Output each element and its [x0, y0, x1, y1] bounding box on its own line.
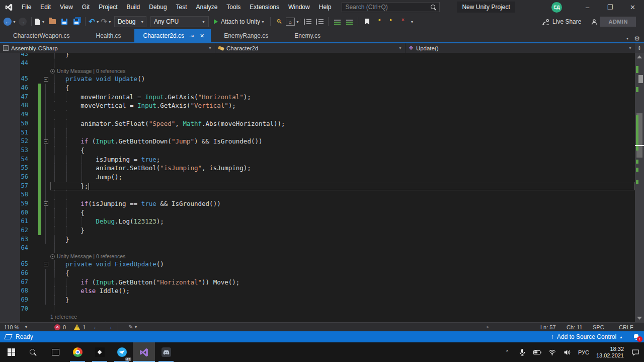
codelens-text[interactable]: Unity Message | 0 references — [50, 67, 125, 75]
unity-app-button[interactable] — [89, 342, 111, 362]
telegram-app-button[interactable]: 47 — [111, 342, 133, 362]
menu-project[interactable]: Project — [94, 0, 122, 14]
menu-file[interactable]: File — [17, 0, 36, 14]
code-line-45[interactable]: 45− private void Update() — [0, 75, 635, 84]
code-line-52[interactable]: 52− if (Input.GetButtonDown("Jump") && I… — [0, 137, 635, 146]
code-line-47[interactable]: 47 moveHorizontal = Input.GetAxis("Horiz… — [0, 93, 635, 102]
visual-studio-app-button[interactable] — [133, 342, 155, 362]
close-tab-icon[interactable]: ✕ — [198, 33, 206, 39]
menu-window[interactable]: Window — [284, 0, 314, 14]
split-editor-handle[interactable]: ⇕ — [635, 43, 644, 53]
menu-edit[interactable]: Edit — [36, 0, 55, 14]
chrome-app-button[interactable] — [66, 342, 89, 362]
zoom-dropdown[interactable]: 110 %▼ — [4, 324, 39, 330]
code-line-46[interactable]: 46 { — [0, 84, 635, 93]
navigate-forward-button[interactable]: → — [17, 16, 28, 27]
fold-collapse-box[interactable]: − — [44, 262, 48, 266]
code-line-67[interactable]: 67 if (Input.GetButton("Horizontal")) Mo… — [0, 278, 635, 287]
notifications-bell-icon[interactable]: 1 — [633, 333, 640, 340]
navigate-forward-arrow[interactable]: → — [106, 323, 113, 331]
menu-tools[interactable]: Tools — [222, 0, 245, 14]
send-feedback-icon[interactable] — [589, 16, 600, 27]
search-icon[interactable] — [431, 5, 436, 10]
uncomment-lines-button[interactable] — [344, 16, 355, 27]
add-to-source-control-button[interactable]: Add to Source Control — [557, 333, 616, 340]
codelens-text[interactable]: Unity Message | 0 references — [50, 253, 125, 260]
codelens-text[interactable]: 1 reference — [50, 313, 77, 320]
code-editor[interactable]: 43 }44Unity Message | 0 references45− pr… — [0, 53, 644, 322]
save-button[interactable] — [59, 16, 70, 27]
navigate-forward-list-button[interactable] — [314, 16, 325, 27]
previous-bookmark-button[interactable]: ◄ — [373, 16, 384, 27]
code-line-53[interactable]: 53 { — [0, 146, 635, 155]
code-line-71[interactable]: 71− private void Move() — [0, 320, 635, 322]
code-line-48[interactable]: 48 moveVertical = Input.GetAxis("Vertica… — [0, 101, 635, 110]
menu-help[interactable]: Help — [314, 0, 336, 14]
tab-characterweapon-cs[interactable]: CharacterWeapon.cs — [0, 29, 83, 42]
code-line-63[interactable]: 63 } — [0, 235, 635, 244]
solution-platform-dropdown[interactable]: Any CPU▼ — [150, 16, 209, 27]
code-line-61[interactable]: 61 Debug.Log(123123); — [0, 217, 635, 226]
fold-collapse-box[interactable]: − — [44, 77, 48, 82]
comment-lines-button[interactable] — [332, 16, 343, 27]
navigate-back-arrow[interactable]: ← — [93, 323, 99, 331]
error-count[interactable]: 0 — [63, 324, 66, 330]
tab-enemy-cs[interactable]: Enemy.cs — [281, 29, 334, 42]
member-dropdown[interactable]: ❖ Update() ▼ — [405, 43, 635, 53]
code-line-49[interactable]: 49 — [0, 110, 635, 119]
code-line-65[interactable]: 65− private void FixedUpdate() — [0, 260, 635, 269]
code-line-68[interactable]: 68 else Iddle(); — [0, 286, 635, 296]
solution-configuration-dropdown[interactable]: Debug▼ — [114, 16, 146, 27]
clock[interactable]: 18:32 13.02.2021 — [593, 346, 627, 359]
taskbar-search-button[interactable] — [22, 342, 44, 362]
column-indicator[interactable]: Ch: 11 — [561, 324, 588, 330]
edit-mode-pencil-icon[interactable]: ✎ — [128, 324, 133, 330]
code-line-43[interactable]: 43 } — [0, 53, 635, 59]
restore-button[interactable]: ❐ — [599, 0, 621, 14]
code-line-58[interactable]: 58 — [0, 190, 635, 199]
user-avatar[interactable]: ЕД — [551, 2, 562, 13]
tab-enemyrange-cs[interactable]: EnemyRange.cs — [211, 29, 281, 42]
minimize-button[interactable]: – — [576, 0, 599, 14]
spaces-indicator[interactable]: SPC — [588, 324, 614, 330]
pencil-caret[interactable]: ▼ — [134, 325, 137, 329]
find-in-files-button[interactable]: 🔍︎ — [274, 16, 285, 27]
menu-extensions[interactable]: Extensions — [245, 0, 284, 14]
bookmarks-overflow-caret[interactable]: ▼ — [410, 20, 414, 24]
menu-view[interactable]: View — [55, 0, 77, 14]
warning-count[interactable]: 1 — [83, 324, 86, 330]
open-file-button[interactable] — [47, 16, 58, 27]
tab-character2d-cs[interactable]: Character2d.cs📌︎✕ — [134, 29, 211, 42]
code-line-69[interactable]: 69 } — [0, 296, 635, 305]
code-line-60[interactable]: 60 { — [0, 208, 635, 218]
fold-collapse-box[interactable]: − — [44, 201, 48, 206]
code-line-57[interactable]: 57 }; — [0, 182, 635, 191]
fold-collapse-box[interactable]: − — [44, 139, 48, 144]
tab-list-caret[interactable]: ▼ — [625, 37, 629, 40]
menu-analyze[interactable]: Analyze — [192, 0, 222, 14]
attach-to-unity-button[interactable]: Attach to Unity▼ — [211, 16, 268, 27]
line-indicator[interactable]: Ln: 57 — [535, 324, 561, 330]
code-line-62[interactable]: 62 } — [0, 226, 635, 235]
project-dropdown[interactable]: Assembly-CSharp ▼ — [0, 43, 215, 53]
battery-icon[interactable] — [531, 342, 544, 362]
discord-app-button[interactable] — [155, 342, 177, 362]
tab-health-cs[interactable]: Health.cs — [83, 29, 134, 42]
menu-git[interactable]: Git — [77, 0, 94, 14]
horizontal-scroll-arrow[interactable]: ► — [486, 325, 490, 329]
code-line-70[interactable]: 70 — [0, 305, 635, 314]
source-control-caret[interactable]: ▲ — [619, 335, 623, 339]
menu-test[interactable]: Test — [172, 0, 192, 14]
eol-indicator[interactable]: CRLF — [614, 324, 640, 330]
solution-explorer-home-button[interactable]: ⌂▼ — [286, 16, 299, 27]
menu-build[interactable]: Build — [122, 0, 145, 14]
volume-icon[interactable] — [561, 342, 574, 362]
code-line-56[interactable]: 56 Jump(); — [0, 173, 635, 182]
save-all-button[interactable] — [71, 16, 82, 27]
code-line-44[interactable]: 44 — [0, 59, 635, 68]
clear-bookmarks-button[interactable]: ✕ — [397, 16, 409, 27]
navigate-backward-list-button[interactable] — [302, 16, 313, 27]
action-center-icon[interactable] — [629, 342, 642, 362]
warning-count-icon[interactable] — [74, 324, 80, 330]
toggle-bookmark-button[interactable] — [361, 16, 372, 27]
